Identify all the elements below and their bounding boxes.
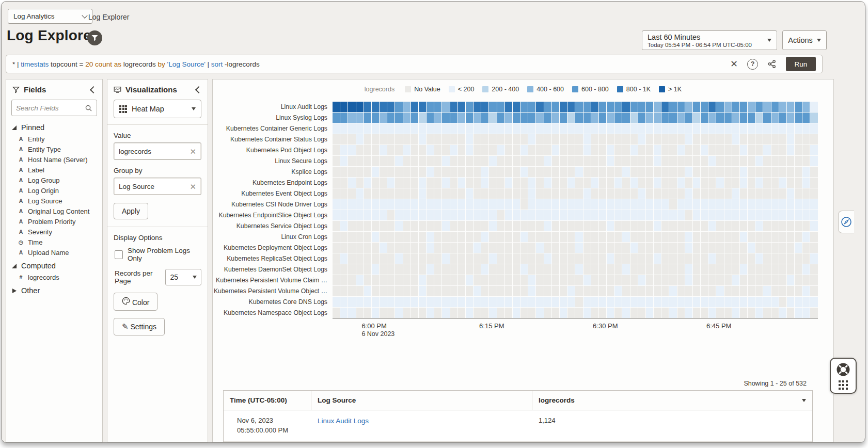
field-item[interactable]: ALog Group bbox=[6, 175, 102, 185]
heatmap-cell[interactable] bbox=[450, 113, 457, 123]
heatmap-cell[interactable] bbox=[740, 178, 747, 188]
heatmap-cell[interactable] bbox=[724, 232, 732, 242]
heatmap-cell[interactable] bbox=[748, 275, 755, 285]
heatmap-cell[interactable] bbox=[474, 188, 481, 199]
heatmap-cell[interactable] bbox=[340, 286, 348, 296]
heatmap-cell[interactable] bbox=[708, 188, 716, 199]
heatmap-cell[interactable] bbox=[685, 123, 692, 134]
heatmap-cell[interactable] bbox=[740, 264, 747, 275]
heatmap-cell[interactable] bbox=[732, 210, 739, 220]
heatmap-cell[interactable] bbox=[552, 308, 559, 318]
heatmap-cell[interactable] bbox=[458, 113, 465, 123]
heatmap-cell[interactable] bbox=[560, 243, 567, 253]
heatmap-cell[interactable] bbox=[599, 210, 606, 220]
field-item[interactable]: ASeverity bbox=[6, 227, 102, 237]
heatmap-cell[interactable] bbox=[654, 123, 661, 134]
heatmap-cell[interactable] bbox=[380, 102, 387, 112]
heatmap-cell[interactable] bbox=[732, 199, 739, 210]
heatmap-cell[interactable] bbox=[411, 275, 418, 285]
heatmap-cell[interactable] bbox=[599, 264, 606, 275]
heatmap-cell[interactable] bbox=[411, 167, 418, 177]
heatmap-cell[interactable] bbox=[685, 156, 692, 166]
heatmap-cell[interactable] bbox=[599, 178, 606, 188]
app-selector-dropdown[interactable]: Log Analytics bbox=[8, 9, 92, 24]
heatmap-cell[interactable] bbox=[458, 145, 465, 155]
heatmap-cell[interactable] bbox=[614, 188, 622, 199]
heatmap-cell[interactable] bbox=[622, 308, 629, 318]
heatmap-cell[interactable] bbox=[661, 210, 669, 220]
heatmap-cell[interactable] bbox=[575, 275, 582, 285]
heatmap-cell[interactable] bbox=[599, 297, 606, 307]
heatmap-cell[interactable] bbox=[591, 134, 598, 145]
heatmap-cell[interactable] bbox=[434, 167, 441, 177]
heatmap-cell[interactable] bbox=[450, 188, 457, 199]
heatmap-cell[interactable] bbox=[520, 264, 528, 275]
heatmap-cell[interactable] bbox=[646, 145, 653, 155]
heatmap-cell[interactable] bbox=[591, 199, 598, 210]
heatmap-cell[interactable] bbox=[419, 264, 426, 275]
heatmap-cell[interactable] bbox=[755, 221, 763, 231]
heatmap-cell[interactable] bbox=[771, 167, 779, 177]
heatmap-cell[interactable] bbox=[466, 210, 473, 220]
heatmap-cell[interactable] bbox=[755, 286, 763, 296]
heatmap-cell[interactable] bbox=[427, 243, 434, 253]
heatmap-cell[interactable] bbox=[427, 286, 434, 296]
heatmap-cell[interactable] bbox=[779, 275, 786, 285]
heatmap-cell[interactable] bbox=[348, 199, 355, 210]
heatmap-cell[interactable] bbox=[427, 232, 434, 242]
heatmap-cell[interactable] bbox=[442, 134, 449, 145]
heatmap-cell[interactable] bbox=[614, 243, 622, 253]
heatmap-cell[interactable] bbox=[701, 286, 708, 296]
heatmap-cell[interactable] bbox=[740, 156, 747, 166]
heatmap-cell[interactable] bbox=[380, 286, 387, 296]
heatmap-cell[interactable] bbox=[654, 199, 661, 210]
heatmap-cell[interactable] bbox=[724, 134, 732, 145]
heatmap-cell[interactable] bbox=[748, 243, 755, 253]
heatmap-cell[interactable] bbox=[677, 286, 685, 296]
heatmap-cell[interactable] bbox=[716, 199, 723, 210]
heatmap-cell[interactable] bbox=[513, 221, 520, 231]
heatmap-cell[interactable] bbox=[340, 134, 348, 145]
heatmap-cell[interactable] bbox=[599, 199, 606, 210]
heatmap-cell[interactable] bbox=[607, 113, 614, 123]
heatmap-cell[interactable] bbox=[403, 113, 411, 123]
heatmap-cell[interactable] bbox=[474, 178, 481, 188]
heatmap-cell[interactable] bbox=[716, 253, 723, 264]
heatmap-cell[interactable] bbox=[614, 145, 622, 155]
heatmap-cell[interactable] bbox=[505, 134, 512, 145]
heatmap-cell[interactable] bbox=[693, 275, 700, 285]
heatmap-cell[interactable] bbox=[755, 243, 763, 253]
heatmap-cell[interactable] bbox=[364, 102, 371, 112]
heatmap-cell[interactable] bbox=[693, 178, 700, 188]
heatmap-cell[interactable] bbox=[607, 134, 614, 145]
heatmap-cell[interactable] bbox=[513, 232, 520, 242]
heatmap-cell[interactable] bbox=[380, 253, 387, 264]
heatmap-cell[interactable] bbox=[458, 156, 465, 166]
heatmap-cell[interactable] bbox=[411, 113, 418, 123]
heatmap-cell[interactable] bbox=[474, 308, 481, 318]
heatmap-cell[interactable] bbox=[403, 243, 411, 253]
heatmap-cell[interactable] bbox=[458, 232, 465, 242]
heatmap-cell[interactable] bbox=[560, 113, 567, 123]
heatmap-cell[interactable] bbox=[427, 167, 434, 177]
heatmap-cell[interactable] bbox=[638, 275, 645, 285]
heatmap-cell[interactable] bbox=[497, 113, 504, 123]
heatmap-cell[interactable] bbox=[544, 188, 551, 199]
heatmap-cell[interactable] bbox=[630, 275, 638, 285]
heatmap-cell[interactable] bbox=[450, 286, 457, 296]
heatmap-cell[interactable] bbox=[716, 243, 723, 253]
heatmap-cell[interactable] bbox=[622, 113, 629, 123]
heatmap-cell[interactable] bbox=[646, 253, 653, 264]
heatmap-cell[interactable] bbox=[638, 113, 645, 123]
heatmap-cell[interactable] bbox=[497, 188, 504, 199]
heatmap-cell[interactable] bbox=[755, 275, 763, 285]
heatmap-cell[interactable] bbox=[544, 199, 551, 210]
heatmap-cell[interactable] bbox=[387, 210, 394, 220]
heatmap-cell[interactable] bbox=[528, 188, 535, 199]
heatmap-cell[interactable] bbox=[411, 286, 418, 296]
heatmap-cell[interactable] bbox=[638, 297, 645, 307]
heatmap-cell[interactable] bbox=[552, 123, 559, 134]
heatmap-cell[interactable] bbox=[442, 178, 449, 188]
heatmap-cell[interactable] bbox=[552, 264, 559, 275]
help-widget-button[interactable] bbox=[830, 358, 857, 394]
